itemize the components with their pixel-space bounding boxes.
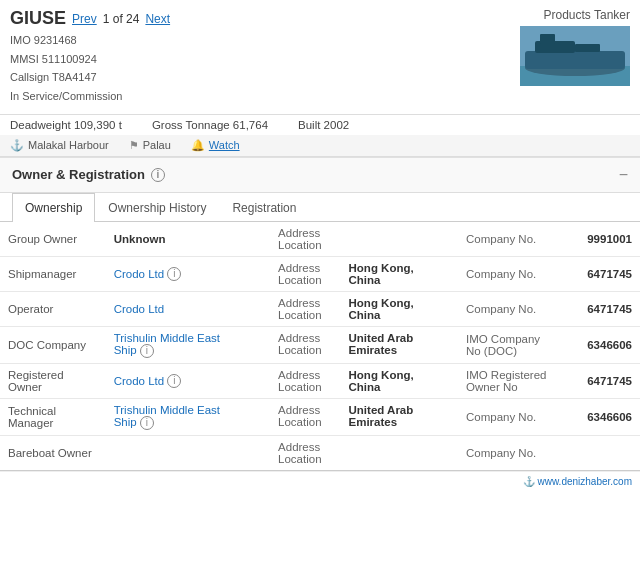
watermark: ⚓ www.denizhaber.com [0, 471, 640, 491]
addr-type-label: AddressLocation [270, 291, 340, 326]
owner-label: Bareboat Owner [0, 435, 106, 470]
company-type-label: Company No. [458, 256, 564, 291]
prev-link[interactable]: Prev [72, 12, 97, 26]
company-number [564, 435, 640, 470]
addr-value: Hong Kong,China [341, 363, 458, 398]
addr-type-label: AddressLocation [270, 398, 340, 435]
table-row: Group OwnerUnknownAddressLocationCompany… [0, 222, 640, 257]
section-title-text: Owner & Registration [12, 167, 145, 182]
owner-info-icon[interactable]: i [167, 267, 181, 281]
owner-link[interactable]: Trishulin Middle EastShip [114, 404, 220, 428]
watch-item[interactable]: 🔔 Watch [191, 139, 240, 152]
owner-link[interactable]: Crodo Ltd [114, 303, 165, 315]
company-number: 6471745 [564, 256, 640, 291]
watch-icon: 🔔 [191, 139, 205, 152]
company-type-label: Company No. [458, 222, 564, 257]
company-type-label: Company No. [458, 398, 564, 435]
svg-rect-6 [575, 44, 600, 52]
owner-name[interactable]: Crodo Ltd i [106, 363, 270, 398]
ship-image-inner [520, 26, 630, 86]
ship-type-image: Products Tanker [520, 8, 630, 86]
table-row: Bareboat OwnerAddressLocationCompany No. [0, 435, 640, 470]
addr-type-label: AddressLocation [270, 363, 340, 398]
owner-link[interactable]: Crodo Ltd [114, 267, 165, 279]
header-details: Deadweight 109,390 t Gross Tonnage 61,76… [0, 115, 640, 135]
company-number: 6346606 [564, 398, 640, 435]
owner-label: Operator [0, 291, 106, 326]
ship-meta: IMO 9231468 MMSI 511100924 Callsign T8A4… [10, 31, 520, 106]
ship-status: In Service/Commission [10, 87, 520, 106]
table-row: OperatorCrodo LtdAddressLocationHong Kon… [0, 291, 640, 326]
table-row: ShipmanagerCrodo Ltd iAddressLocationHon… [0, 256, 640, 291]
owner-name[interactable]: Trishulin Middle EastShip i [106, 326, 270, 363]
owner-info-icon[interactable]: i [167, 374, 181, 388]
owner-unknown: Unknown [114, 233, 166, 245]
section-info-icon[interactable]: i [151, 168, 165, 182]
built-year: Built 2002 [298, 119, 349, 131]
watch-link[interactable]: Watch [209, 139, 240, 151]
addr-value: Hong Kong,China [341, 291, 458, 326]
port-name: Malakal Harbour [28, 139, 109, 151]
gross-tonnage: Gross Tonnage 61,764 [152, 119, 268, 131]
owner-name[interactable]: Crodo Ltd [106, 291, 270, 326]
anchor-watermark-icon: ⚓ [523, 476, 535, 487]
addr-value [341, 435, 458, 470]
mmsi: MMSI 511100924 [10, 50, 520, 69]
owner-link[interactable]: Trishulin Middle EastShip [114, 332, 220, 356]
page-indicator: 1 of 24 [103, 12, 140, 26]
owner-name [106, 435, 270, 470]
ship-name: GIUSE [10, 8, 66, 29]
tab-ownership[interactable]: Ownership [12, 193, 95, 222]
page-header: GIUSE Prev 1 of 24 Next IMO 9231468 MMSI… [0, 0, 640, 115]
ship-navigation: GIUSE Prev 1 of 24 Next [10, 8, 520, 29]
table-row: RegisteredOwnerCrodo Ltd iAddressLocatio… [0, 363, 640, 398]
company-number: 9991001 [564, 222, 640, 257]
section-title: Owner & Registration i [12, 167, 165, 182]
company-type-label: IMO Company No (DOC) [458, 326, 564, 363]
watermark-text: www.denizhaber.com [538, 476, 633, 487]
table-row: DOC CompanyTrishulin Middle EastShip iAd… [0, 326, 640, 363]
svg-rect-3 [525, 51, 625, 69]
anchor-icon: ⚓ [10, 139, 24, 152]
flag-name: Palau [143, 139, 171, 151]
section-header: Owner & Registration i − [0, 157, 640, 193]
flag-item: ⚑ Palau [129, 139, 171, 152]
addr-value: United ArabEmirates [341, 398, 458, 435]
addr-type-label: AddressLocation [270, 256, 340, 291]
next-link[interactable]: Next [145, 12, 170, 26]
ship-type: Products Tanker [520, 8, 630, 22]
owner-info-icon[interactable]: i [140, 416, 154, 430]
owner-label: Shipmanager [0, 256, 106, 291]
addr-value [341, 222, 458, 257]
addr-value: Hong Kong,China [341, 256, 458, 291]
deadweight: Deadweight 109,390 t [10, 119, 122, 131]
company-type-label: Company No. [458, 435, 564, 470]
tab-ownership-history[interactable]: Ownership History [95, 193, 219, 222]
owner-link[interactable]: Crodo Ltd [114, 374, 165, 386]
flag-icon: ⚑ [129, 139, 139, 152]
owner-label: RegisteredOwner [0, 363, 106, 398]
owner-name[interactable]: Trishulin Middle EastShip i [106, 398, 270, 435]
status-bar: ⚓ Malakal Harbour ⚑ Palau 🔔 Watch [0, 135, 640, 157]
addr-type-label: AddressLocation [270, 326, 340, 363]
addr-type-label: AddressLocation [270, 435, 340, 470]
owner-name: Unknown [106, 222, 270, 257]
owner-info-icon[interactable]: i [140, 344, 154, 358]
ship-image [520, 26, 630, 86]
tabs-container: Ownership Ownership History Registration [0, 193, 640, 222]
owner-name[interactable]: Crodo Ltd i [106, 256, 270, 291]
callsign: Callsign T8A4147 [10, 68, 520, 87]
ship-silhouette-svg [520, 26, 630, 86]
owner-label: Group Owner [0, 222, 106, 257]
owner-label: DOC Company [0, 326, 106, 363]
collapse-button[interactable]: − [619, 166, 628, 184]
owner-label: TechnicalManager [0, 398, 106, 435]
imo: IMO 9231468 [10, 31, 520, 50]
tab-registration[interactable]: Registration [219, 193, 309, 222]
ship-info: GIUSE Prev 1 of 24 Next IMO 9231468 MMSI… [10, 8, 520, 106]
table-row: TechnicalManagerTrishulin Middle EastShi… [0, 398, 640, 435]
company-number: 6346606 [564, 326, 640, 363]
addr-type-label: AddressLocation [270, 222, 340, 257]
svg-rect-5 [540, 34, 555, 44]
company-number: 6471745 [564, 291, 640, 326]
